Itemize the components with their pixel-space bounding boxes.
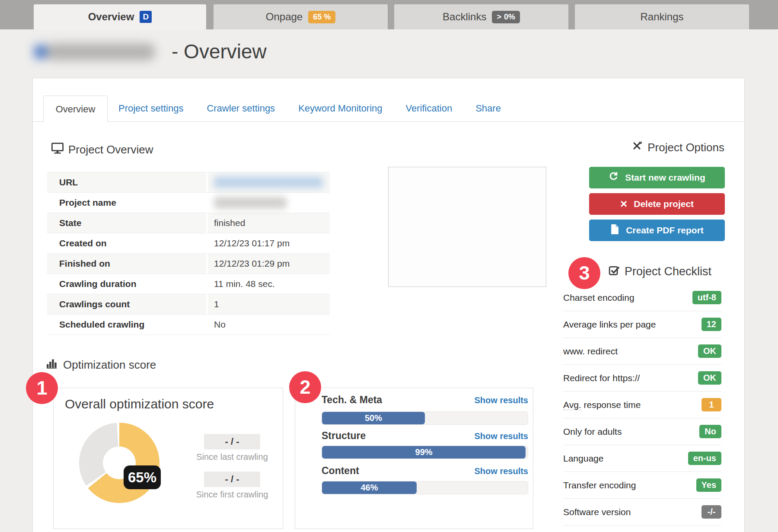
tab-keyword-monitoring[interactable]: Keyword Monitoring: [287, 103, 394, 114]
checklist-label: Average links per page: [563, 319, 656, 330]
table-row: Finished on 12/12/23 01:29 pm: [47, 254, 330, 274]
row-value: 1: [208, 299, 219, 309]
tools-icon: [631, 140, 643, 155]
blurred-project-name-value: [214, 197, 287, 209]
table-row: Scheduled crawling No: [47, 315, 330, 335]
status-badge: No: [699, 425, 721, 438]
delete-project-label: Delete project: [634, 199, 694, 209]
project-checklist-heading-label: Project Checklist: [625, 265, 711, 278]
row-label: URL: [47, 177, 206, 188]
row-value: 12/12/23 01:17 pm: [208, 238, 290, 248]
since-first-crawling-value: - / -: [204, 471, 260, 487]
status-badge: en-us: [688, 452, 721, 465]
top-tab-rankings[interactable]: Rankings: [575, 4, 749, 29]
row-value: finished: [208, 218, 245, 228]
category-scores-card: Tech. & Meta Show results 50% Structure …: [295, 388, 533, 529]
list-item: Average links per page 12: [563, 311, 721, 338]
checklist-label: Language: [563, 453, 603, 464]
tab-crawler-settings[interactable]: Crawler settings: [195, 103, 287, 114]
row-value: [208, 197, 287, 209]
table-row: Crawling duration 11 min. 48 sec.: [47, 274, 330, 294]
tab-project-settings[interactable]: Project settings: [107, 103, 195, 114]
tooltip-term: Avg.: [563, 400, 581, 410]
optimization-score-heading: Optimization score: [47, 358, 156, 372]
status-badge: 12: [701, 318, 721, 331]
blurred-project-name: [28, 38, 166, 65]
checklist-label: Charset encoding: [563, 293, 635, 303]
status-badge: Yes: [696, 478, 721, 492]
tab-share[interactable]: Share: [464, 103, 513, 114]
create-pdf-report-label: Create PDF report: [626, 225, 704, 236]
top-tab-overview[interactable]: Overview D: [34, 4, 206, 29]
file-icon: [610, 224, 619, 237]
page-title: - Overview: [28, 36, 267, 67]
checklist-label: Redirect for https://: [563, 373, 640, 383]
category-name: Content: [322, 465, 359, 477]
row-label: State: [47, 218, 206, 228]
status-badge: 1: [701, 398, 721, 411]
progress-bar: 99%: [322, 446, 528, 459]
nav-tabs-divider: [33, 121, 744, 122]
top-tab-backlinks[interactable]: Backlinks >0%: [394, 4, 568, 29]
row-label: Crawlings count: [47, 299, 206, 309]
table-row: Crawlings count 1: [47, 294, 330, 315]
checklist-label: Only for adults: [563, 427, 622, 437]
since-first-crawling-caption: Since first crawling: [183, 490, 281, 500]
checklist-label: Avg. response time: [563, 400, 641, 410]
since-last-crawling-value: - / -: [204, 434, 260, 449]
backlinks-score-value: 0%: [504, 13, 515, 22]
project-checklist: Charset encoding utf-8 Average links per…: [563, 284, 721, 526]
progress-bar: 50%: [322, 411, 528, 425]
row-label: Crawling duration: [47, 279, 206, 289]
row-value: [208, 177, 323, 188]
extension-d-icon: D: [140, 11, 152, 23]
progress-bar-fill: 50%: [322, 412, 425, 424]
row-value: No: [208, 319, 226, 330]
list-item: Avg. response time 1: [563, 392, 721, 418]
progress-bar-fill: 99%: [322, 446, 526, 459]
top-tab-onpage[interactable]: Onpage 65 %: [214, 4, 388, 29]
status-badge: utf-8: [692, 291, 721, 304]
status-badge: OK: [698, 344, 721, 358]
tab-overview[interactable]: Overview: [43, 96, 108, 122]
create-pdf-report-button[interactable]: Create PDF report: [589, 220, 725, 241]
row-label: Scheduled crawling: [47, 319, 206, 330]
row-value: 11 min. 48 sec.: [208, 279, 275, 289]
row-label: Project name: [47, 198, 206, 208]
progress-bar-fill: 46%: [322, 481, 417, 494]
row-label: Finished on: [47, 258, 206, 269]
top-tab-overview-label: Overview: [88, 11, 134, 23]
checkbox-check-icon: [609, 264, 620, 279]
page-title-text: - Overview: [172, 40, 267, 63]
checklist-label: www. redirect: [563, 346, 618, 357]
optimization-score-heading-label: Optimization score: [63, 358, 156, 372]
list-item: Transfer encoding Yes: [563, 472, 721, 499]
category-name: Tech. & Meta: [322, 394, 382, 406]
monitor-icon: [51, 143, 64, 157]
start-new-crawling-button[interactable]: Start new crawling: [589, 167, 725, 188]
row-value: 12/12/23 01:29 pm: [208, 258, 290, 269]
list-item: Redirect for https:// OK: [563, 365, 721, 392]
overall-score-card: Overall optimization score 65% - / - Sin…: [53, 388, 283, 529]
start-new-crawling-label: Start new crawling: [625, 172, 705, 183]
blurred-url-value: [214, 177, 323, 188]
project-overview-table: URL Project name State finished Created …: [47, 172, 330, 335]
delete-project-button[interactable]: × Delete project: [589, 193, 725, 215]
list-item: Language en-us: [563, 445, 721, 472]
score-badge: 65%: [124, 465, 161, 489]
website-screenshot-placeholder: [388, 167, 546, 287]
show-results-link[interactable]: Show results: [475, 431, 528, 441]
top-tab-rankings-label: Rankings: [640, 11, 683, 23]
show-results-link[interactable]: Show results: [475, 466, 528, 476]
table-row: URL: [47, 172, 330, 193]
project-options-heading-label: Project Options: [647, 141, 724, 154]
chevron-right-icon: >: [497, 13, 501, 22]
category-name: Structure: [322, 430, 366, 442]
progress-bar: 46%: [322, 481, 528, 494]
project-overview-heading-label: Project Overview: [68, 143, 153, 156]
since-last-crawling-caption: Since last crawling: [183, 452, 281, 462]
bar-chart-icon: [47, 358, 58, 372]
tab-verification[interactable]: Verification: [394, 103, 464, 114]
show-results-link[interactable]: Show results: [475, 395, 528, 405]
annotation-badge-1: 1: [26, 372, 58, 404]
